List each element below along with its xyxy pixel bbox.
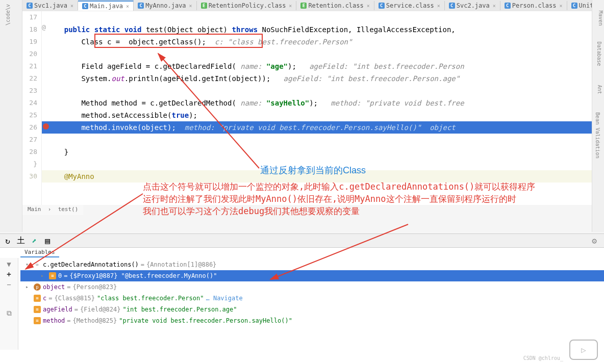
variables-tab[interactable]: Variables: [20, 248, 59, 257]
right-tool-sidebar: Maven Database Ant Bean Validation: [592, 0, 604, 232]
red-annotation: 点击这个符号就可以增加一个监控的对象,此时输入c.getDeclaredAnno…: [143, 181, 571, 217]
filter-icon[interactable]: ▼: [5, 260, 13, 268]
variable-icon: ≡: [34, 317, 41, 324]
database-tool-button[interactable]: Database: [596, 41, 601, 66]
close-icon[interactable]: ×: [367, 3, 370, 9]
java-icon: C: [138, 3, 144, 9]
add-watch-icon[interactable]: +: [5, 270, 13, 278]
variable-icon: ≡: [34, 295, 41, 302]
tab-retentionpolicy[interactable]: ERetentionPolicy.class×: [197, 1, 297, 10]
close-icon[interactable]: ×: [493, 3, 496, 9]
java-icon: C: [27, 3, 33, 9]
close-icon[interactable]: ×: [126, 4, 129, 9]
tab-retention[interactable]: ERetention.class×: [296, 1, 374, 10]
java-icon: C: [449, 3, 455, 9]
tab-person[interactable]: CPerson.class×: [500, 1, 567, 10]
variable-row[interactable]: ≡ c = {Class@815} "class best.freecoder.…: [20, 293, 604, 304]
blue-annotation: 通过反射拿到当前的Class: [260, 164, 366, 176]
debug-toolbar: ↻ 土 ⬈ ▤ ⚙: [0, 233, 604, 248]
copy-icon[interactable]: ⧉: [5, 309, 13, 317]
navigate-link[interactable]: … Navigate: [206, 293, 242, 304]
left-sidebar-label: \code\v: [5, 4, 11, 25]
class-icon: E: [300, 3, 307, 9]
calculator-icon[interactable]: ▤: [43, 236, 52, 245]
java-icon: C: [505, 3, 511, 9]
bean-validation-tool-button[interactable]: Bean Validation: [594, 112, 600, 158]
tab-myanno[interactable]: CMyAnno.java×: [134, 1, 197, 10]
class-icon: E: [201, 3, 207, 9]
close-icon[interactable]: ×: [189, 3, 192, 9]
tab-main[interactable]: CMain.java×: [78, 1, 134, 11]
highlight-box: [94, 34, 263, 48]
tab-svc2[interactable]: CSvc2.java×: [445, 1, 500, 10]
close-icon[interactable]: ×: [289, 3, 292, 9]
left-tool-sidebar: \code\v: [0, 0, 22, 232]
cursor-icon: ↖: [171, 283, 175, 291]
variable-icon: ≡: [34, 306, 41, 313]
variable-row[interactable]: ≡ ageField = {Field@824} "int best.freec…: [20, 304, 604, 315]
variable-row[interactable]: ▾ ∞ c.getDeclaredAnnotations() = {Annota…: [20, 259, 604, 270]
java-icon: C: [379, 3, 385, 9]
maven-tool-button[interactable]: Maven: [597, 10, 603, 25]
restart-icon[interactable]: ↻: [3, 236, 12, 245]
tab-service[interactable]: CService.class×: [374, 1, 445, 10]
watermark-text: CSDN @chlrou_: [523, 355, 563, 361]
variable-row[interactable]: ▸ ≡ 0 = {$Proxy1@887} "@best.freecoder.M…: [20, 270, 604, 281]
array-element-icon: ≡: [49, 272, 56, 279]
settings-icon[interactable]: ⚙: [590, 236, 599, 245]
editor-tab-bar: CSvc1.java× CMain.java× CMyAnno.java× ER…: [22, 0, 592, 11]
variables-gutter: ▼ + − ⧉: [0, 258, 18, 350]
ant-tool-button[interactable]: Ant: [596, 85, 602, 94]
video-play-widget[interactable]: ▷: [569, 340, 598, 360]
java-icon: C: [571, 3, 577, 9]
close-icon[interactable]: ×: [437, 3, 440, 9]
variable-row[interactable]: ▸ p object = {Person@823}: [20, 281, 604, 293]
variable-row[interactable]: ≡ method = {Method@825} "private void be…: [20, 315, 604, 326]
step-icon[interactable]: 土: [16, 236, 26, 245]
java-icon: C: [82, 3, 88, 9]
param-icon: p: [34, 283, 41, 291]
inline-at-marker: @: [42, 23, 46, 31]
breadcrumb[interactable]: Main › test(): [22, 205, 83, 215]
close-icon[interactable]: ×: [560, 3, 563, 9]
breakpoint-icon[interactable]: [43, 123, 49, 129]
close-icon[interactable]: ×: [70, 3, 73, 9]
line-number-gutter: 17 18 19 20 21 22 23 24 25 26 27 28 } 30: [22, 11, 42, 205]
tab-svc1[interactable]: CSvc1.java×: [22, 1, 78, 10]
debug-variables-panel: Variables ▼ + − ⧉ ▾ ∞ c.getDeclaredAnnot…: [0, 248, 604, 364]
watch-icon: ∞: [34, 261, 41, 268]
arrow-icon[interactable]: ⬈: [30, 236, 39, 245]
variables-tree[interactable]: ▾ ∞ c.getDeclaredAnnotations() = {Annota…: [20, 259, 604, 326]
remove-watch-icon[interactable]: −: [5, 280, 13, 289]
